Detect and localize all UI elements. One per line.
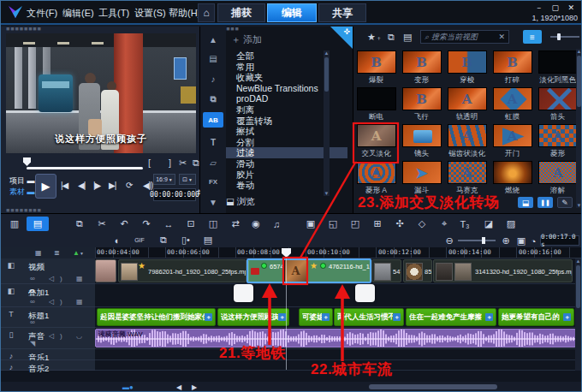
zoom-out-icon[interactable]: ⊖ [441, 234, 458, 248]
scroll-down-icon[interactable]: ▼ [203, 194, 223, 210]
gallery-scrollbar[interactable]: ▲ ▼ [576, 49, 582, 208]
menu-1[interactable]: 编辑(E) [62, 7, 94, 20]
menu-3[interactable]: 设置(S) [134, 7, 166, 20]
track-header-音乐1[interactable]: ♪音乐1 [1, 349, 95, 360]
title-expand-icon[interactable]: ＋ [485, 313, 493, 321]
title-clip[interactable]: 她更希望有自己的＋ [498, 308, 574, 326]
add-favorite-icon[interactable]: ★＋ [367, 32, 382, 43]
transition-马赛克[interactable]: A马赛克 [446, 161, 488, 196]
title-clip[interactable]: 住在一起难免产生摩擦＋ [406, 308, 496, 326]
split-clip-icon[interactable]: ✂ [179, 157, 187, 169]
screen-capture-icon[interactable]: ⧉ [155, 233, 172, 247]
transition-开门[interactable]: A开门 [491, 124, 533, 159]
scroll-left-icon[interactable]: ◀ [176, 383, 181, 391]
title-expand-icon[interactable]: ＋ [563, 313, 571, 321]
tab-捕获[interactable]: 捕获 [217, 3, 265, 22]
drag-handle[interactable]: ■■■■■■■■ [6, 207, 42, 213]
frame-icon[interactable]: ⊡ [182, 217, 199, 231]
mark-out-icon[interactable]: ] [169, 157, 171, 168]
folder-icon[interactable]: ⬓ [518, 197, 533, 208]
title-expand-icon[interactable]: ＋ [205, 313, 212, 321]
clear-search-icon[interactable]: ✕ [498, 33, 505, 41]
track-header-视频[interactable]: ◧视频∞ ◁) ▦ [1, 258, 95, 284]
transition-断电[interactable]: 断电 [355, 87, 397, 122]
timeline-view-icon[interactable]: ▤ [27, 217, 49, 231]
scroll-up-icon[interactable]: ▲ [203, 32, 223, 47]
next-frame-icon[interactable]: |▶ [93, 181, 100, 190]
go-start-icon[interactable]: |◀ [61, 181, 68, 190]
shape-icon[interactable]: ◇ [413, 217, 431, 231]
options-icon[interactable]: ❚❚ [537, 197, 553, 208]
transition-穿梭[interactable]: B穿梭 [446, 50, 488, 86]
video-clip[interactable]: 3141320-hd_1920_1080_25fps.mp4 [433, 259, 573, 282]
contrast-icon[interactable]: ◐ [109, 233, 126, 247]
transition-变形[interactable]: B变形 [401, 50, 442, 86]
copy-icon[interactable]: ⧉ [71, 217, 88, 231]
redo-icon[interactable]: ↷ [138, 217, 155, 231]
track-header-音乐2[interactable]: ♪音乐2 [1, 360, 95, 371]
lane-2[interactable]: 起因是婆婆坚持让他们搬到她家住＋说这样方便照顾孩子＋可婆媳＋两代人生活习惯不＋住… [95, 307, 582, 328]
scrub-playhead[interactable] [23, 157, 31, 166]
gif-icon[interactable]: GIF [131, 233, 148, 247]
transition-library-icon[interactable]: AB [203, 112, 223, 128]
template-library-icon[interactable]: ⧉ [203, 92, 223, 107]
play-button[interactable]: ▶ [35, 174, 56, 199]
preview-timecode[interactable]: 00:00:00:000 [153, 188, 196, 201]
transition-镜头[interactable]: 镜头 [401, 124, 442, 159]
title-clip[interactable]: 两代人生活习惯不＋ [334, 308, 404, 326]
zoom-in-icon[interactable]: ⊕ [497, 234, 514, 248]
track-list-icon[interactable]: ≣ [54, 249, 60, 257]
title-clip[interactable]: 起因是婆婆坚持让他们搬到她家住＋ [97, 308, 216, 326]
prev-frame-icon[interactable]: ◀| [78, 181, 85, 190]
scroll-right-icon[interactable]: ▶ [192, 383, 197, 391]
add-category-button[interactable]: ＋ 添加 [231, 33, 262, 46]
graphic-library-icon[interactable]: ▱ [203, 155, 223, 170]
trim-icon[interactable]: ↔ [160, 217, 177, 231]
transition-虹膜[interactable]: A虹膜 [491, 87, 533, 122]
copy-item-icon[interactable]: ⧉ [388, 32, 395, 43]
track-sub-icons[interactable]: ∞ [30, 318, 41, 326]
transition-轨透明[interactable]: A轨透明 [446, 87, 488, 122]
home-button[interactable]: ⌂ [198, 3, 215, 22]
color-icon[interactable]: ◉ [247, 217, 264, 231]
title3d-icon[interactable]: T₃ [456, 217, 473, 231]
duration-icon[interactable]: ◔ [525, 234, 542, 248]
timeline-transition-crossfade[interactable]: A [285, 259, 306, 282]
aspect-ratio-dropdown[interactable]: 16:9▼ [153, 174, 175, 185]
menu-2[interactable]: 工具(T) [98, 7, 129, 20]
go-end-icon[interactable]: ▶| [109, 181, 116, 190]
transition-箭头[interactable]: 箭头 [537, 87, 579, 122]
ripple-icon[interactable]: ⇄ [227, 217, 244, 231]
tab-编辑[interactable]: 编辑 [267, 3, 317, 22]
timeline-ruler[interactable]: 00:00:04:0000:00:06:0000:00:08:0000:00:1… [95, 247, 582, 258]
customize-icon[interactable]: ✂ [93, 217, 110, 231]
track-header-标题1[interactable]: T标题1∞ [1, 307, 95, 328]
transition-菱形 A[interactable]: A菱形 A [355, 161, 397, 196]
mark-in-icon[interactable]: [ [148, 157, 151, 168]
pin-panel-icon[interactable]: ✜ [330, 27, 353, 49]
window-controls[interactable]: － ▢ ✕ [535, 3, 578, 14]
transition-淡化到黑色[interactable]: 淡化到黑色 [537, 50, 579, 86]
transition-打碎[interactable]: B打碎 [491, 50, 533, 86]
mask2-icon[interactable]: ▨ [502, 217, 520, 231]
clip-mode-label[interactable]: 素材 ▬ [9, 187, 35, 198]
browse-button[interactable]: ⬓ 浏览 [226, 196, 353, 210]
scroll-mode-toggle[interactable]: ▬● [122, 383, 134, 391]
zoom-preset-dropdown[interactable]: ⊡▼ [179, 174, 196, 185]
fx-library-icon[interactable]: FX [203, 174, 223, 189]
transition-漏斗[interactable]: ➤漏斗 [401, 161, 442, 196]
timeline-scrollbar[interactable]: ▲ [575, 258, 581, 371]
edit-icon[interactable]: ✎ [557, 197, 573, 208]
blend-icon[interactable]: ◱ [324, 217, 341, 231]
audio-library-icon[interactable]: ♪ [203, 71, 223, 86]
transition-溶解[interactable]: A溶解 [537, 161, 579, 196]
enlarge-preview-icon[interactable]: ⧉ [193, 157, 199, 169]
title-expand-icon[interactable]: ＋ [393, 313, 401, 321]
scrub-bar[interactable]: [ ] ✂ ⧉ [6, 157, 196, 170]
category-scrollbar[interactable]: ▲ ▼ [324, 50, 330, 196]
subtitle-editor-icon[interactable]: ◰ [347, 217, 364, 231]
audio-clip[interactable]: 读稿音频.WAV [95, 329, 576, 347]
track-sub-icons[interactable]: ∞ ◁) ▦ [30, 275, 89, 282]
lane-1[interactable] [95, 284, 582, 307]
track-manager-icon[interactable]: ▦ [35, 249, 42, 257]
